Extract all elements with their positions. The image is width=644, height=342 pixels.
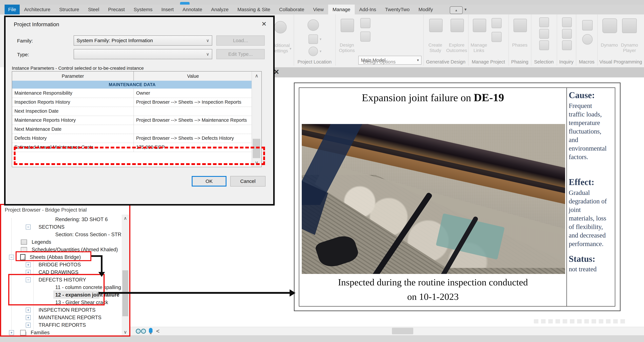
- table-row[interactable]: Maintenance Reports History Project Brow…: [12, 116, 252, 125]
- tab-manage[interactable]: Manage: [328, 4, 355, 14]
- tab-precast[interactable]: Precast: [104, 4, 129, 14]
- value-cell[interactable]: Project Browser --> Sheets --> Defects H…: [136, 134, 250, 143]
- load-selection-icon[interactable]: [539, 29, 549, 39]
- load-button[interactable]: Load...: [216, 36, 265, 46]
- add-to-set-icon[interactable]: [360, 18, 370, 28]
- dynamo-button[interactable]: Dynamo: [598, 42, 621, 48]
- dynamo-icon[interactable]: [602, 18, 617, 33]
- ribbon-collapse-button[interactable]: ▴: [450, 6, 463, 14]
- reveal-hidden-elements-icon[interactable]: [136, 328, 146, 334]
- manage-links-button[interactable]: Manage Links: [468, 42, 490, 53]
- tree-item-bridge-photos[interactable]: + BRIDGE PHOTOS: [26, 261, 81, 268]
- cancel-button[interactable]: Cancel: [230, 176, 266, 186]
- tree-item-maintenance-reports[interactable]: + MAINTENANCE REPORTS: [26, 314, 102, 321]
- tab-modify[interactable]: Modify: [414, 4, 437, 14]
- value-cell[interactable]: [136, 125, 250, 134]
- tree-item-traffic-reports[interactable]: + TRAFFIC REPORTS: [26, 321, 86, 329]
- ribbon-collapse-dropdown-icon[interactable]: ▾: [464, 7, 466, 12]
- create-study-icon[interactable]: [429, 19, 442, 32]
- dynamo-player-icon[interactable]: [622, 18, 637, 33]
- panel-label-inquiry[interactable]: Inquiry: [557, 59, 576, 65]
- panel-label-macros[interactable]: Macros: [576, 59, 598, 65]
- table-row[interactable]: Next Inspection Date: [12, 106, 252, 116]
- panel-label-design-options[interactable]: Design Options: [335, 59, 423, 65]
- panel-label-generative-design[interactable]: Generative Design: [423, 59, 468, 65]
- tab-add-ins[interactable]: Add-Ins: [355, 4, 380, 14]
- tab-systems[interactable]: Systems: [129, 4, 157, 14]
- scroll-up-icon[interactable]: ∧: [122, 216, 129, 221]
- table-scroll-up-icon[interactable]: ∧: [252, 73, 262, 78]
- tree-item-sections[interactable]: − SECTIONS: [26, 223, 64, 231]
- position-dropdown-icon[interactable]: ▾: [320, 49, 322, 54]
- expand-minus-icon[interactable]: −: [9, 255, 14, 260]
- edit-type-button[interactable]: Edit Type...: [216, 49, 265, 59]
- panel-label-selection[interactable]: Selection: [531, 59, 557, 65]
- horizontal-scrollbar-thumb[interactable]: [392, 328, 413, 334]
- temporary-hide-isolate-icon[interactable]: [149, 328, 152, 333]
- expand-minus-icon[interactable]: −: [26, 224, 31, 230]
- panel-label-phasing[interactable]: Phasing: [508, 59, 531, 65]
- expand-plus-icon[interactable]: +: [26, 323, 31, 328]
- value-cell[interactable]: [136, 106, 250, 116]
- select-by-id-icon[interactable]: [562, 29, 572, 39]
- sheet-view[interactable]: Expansion joint failure on DE-19 Inspect…: [294, 82, 620, 311]
- dialog-close-icon[interactable]: ✕: [262, 20, 267, 28]
- edit-selection-icon[interactable]: [539, 40, 549, 50]
- table-row-defects-history[interactable]: Defects History Project Browser --> Shee…: [12, 134, 252, 143]
- coordinates-icon[interactable]: [308, 34, 318, 44]
- create-study-button[interactable]: Create Study: [424, 42, 446, 53]
- horizontal-scrollbar[interactable]: [130, 327, 644, 336]
- tab-structure[interactable]: Structure: [55, 4, 84, 14]
- location-globe-icon[interactable]: [308, 19, 319, 31]
- ids-of-selection-icon[interactable]: [562, 18, 572, 27]
- manage-images-icon[interactable]: [492, 18, 502, 28]
- phases-icon[interactable]: [514, 19, 527, 32]
- tree-item-families[interactable]: + Families: [9, 329, 50, 336]
- tree-item-inspection-reports[interactable]: + INSPECTION REPORTS: [26, 306, 96, 314]
- phases-button[interactable]: Phases: [508, 42, 531, 48]
- explore-outcomes-button[interactable]: Explore Outcomes: [446, 42, 468, 53]
- back-chevron-icon[interactable]: <: [156, 328, 160, 334]
- position-icon[interactable]: [308, 46, 318, 56]
- expand-plus-icon[interactable]: +: [9, 330, 14, 335]
- expand-plus-icon[interactable]: +: [26, 308, 31, 312]
- tab-analyze[interactable]: Analyze: [207, 4, 233, 14]
- value-cell[interactable]: Project Browser --> Sheets --> Inspectio…: [136, 98, 250, 106]
- pick-to-edit-icon[interactable]: [360, 32, 370, 42]
- additional-settings-dropdown-icon[interactable]: ▾: [290, 46, 292, 51]
- decal-types-icon[interactable]: [492, 32, 502, 42]
- browser-scrollbar[interactable]: ∧ ∨: [122, 214, 129, 336]
- expand-plus-icon[interactable]: +: [26, 262, 31, 267]
- panel-label-visual-programming[interactable]: Visual Programming: [598, 59, 644, 65]
- ok-button[interactable]: OK: [192, 176, 226, 186]
- panel-label-project-location[interactable]: Project Location: [294, 59, 335, 65]
- additional-settings-wrench-icon[interactable]: [274, 21, 287, 34]
- value-cell[interactable]: Project Browser --> Sheets --> Maintenan…: [136, 116, 250, 125]
- macro-security-icon[interactable]: [582, 34, 593, 44]
- scroll-down-icon[interactable]: ∨: [122, 329, 129, 335]
- warnings-icon[interactable]: [562, 40, 572, 50]
- design-options-button[interactable]: Design Options: [336, 42, 358, 53]
- type-select[interactable]: ∨: [74, 49, 212, 59]
- explore-outcomes-icon[interactable]: [450, 19, 464, 32]
- table-row[interactable]: Next Maintenace Date: [12, 125, 252, 134]
- tab-annotate[interactable]: Annotate: [178, 4, 207, 14]
- dynamo-player-button[interactable]: Dynamo Player: [618, 42, 640, 53]
- manage-links-icon[interactable]: [473, 19, 486, 32]
- tab-insert[interactable]: Insert: [157, 4, 178, 14]
- coordinates-dropdown-icon[interactable]: ▾: [320, 37, 322, 41]
- value-cell[interactable]: Owner: [136, 88, 250, 98]
- panel-label-manage-project[interactable]: Manage Project: [468, 59, 508, 65]
- tab-architecture[interactable]: Architecture: [20, 4, 55, 14]
- table-row[interactable]: Maintenance Responsibility Owner: [12, 88, 252, 98]
- family-select[interactable]: System Family: Project Information ∨: [74, 36, 212, 46]
- macro-manager-icon[interactable]: [582, 20, 593, 30]
- tab-collaborate[interactable]: Collaborate: [275, 4, 309, 14]
- save-selection-icon[interactable]: [539, 18, 549, 27]
- tab-file[interactable]: File: [4, 4, 20, 14]
- tab-view[interactable]: View: [309, 4, 328, 14]
- table-row[interactable]: Inspection Reports History Project Brows…: [12, 98, 252, 107]
- tree-item-rendering[interactable]: Rendering: 3D SHOT 6: [55, 216, 108, 223]
- expand-plus-icon[interactable]: +: [26, 315, 31, 320]
- design-options-icon[interactable]: [340, 19, 354, 32]
